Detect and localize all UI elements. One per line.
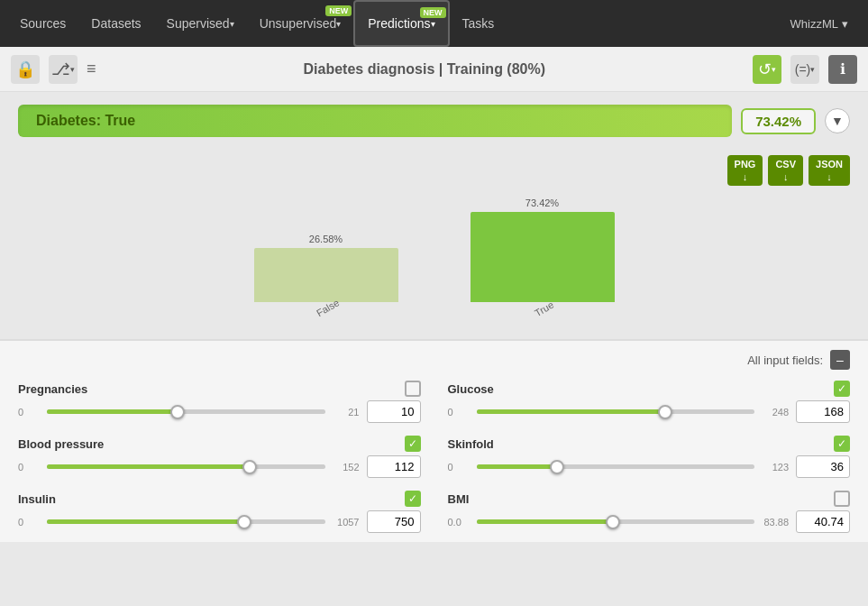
slider-thumb-0[interactable] bbox=[170, 405, 185, 419]
navbar: Sources Datasets Supervised ▾ NEW Unsupe… bbox=[0, 0, 868, 47]
nav-user-label: WhizzML bbox=[790, 17, 838, 31]
slider-min-0: 0 bbox=[18, 407, 40, 418]
slider-row-4: 0 1057 bbox=[18, 510, 421, 533]
field-block-blood-pressure: Blood pressure ✓ 0 152 bbox=[18, 436, 421, 478]
slider-max-4: 1057 bbox=[333, 517, 360, 528]
refresh-arrow: ▾ bbox=[772, 65, 776, 74]
bar-chart: 26.58% False 73.42% True bbox=[18, 195, 850, 321]
toolbar: 🔒 ⎇ ▾ ≡ Diabetes diagnosis | Training (8… bbox=[0, 47, 868, 92]
nav-sources[interactable]: Sources bbox=[7, 0, 78, 47]
slider-row-1: 0 248 bbox=[448, 400, 851, 423]
slider-row-3: 0 123 bbox=[448, 455, 851, 478]
refresh-button[interactable]: ↺ ▾ bbox=[753, 55, 781, 84]
slider-track-0 bbox=[47, 409, 325, 414]
field-value-input-2[interactable] bbox=[367, 455, 421, 478]
field-header-5: BMI bbox=[448, 491, 851, 507]
slider-wrapper-3 bbox=[477, 458, 755, 476]
slider-track-3 bbox=[477, 464, 755, 469]
info-icon: ℹ bbox=[840, 60, 845, 78]
nav-datasets-label: Datasets bbox=[91, 16, 141, 31]
nav-predictions[interactable]: NEW Predictions ▾ bbox=[353, 0, 449, 47]
slider-wrapper-4 bbox=[47, 513, 325, 531]
collapse-button[interactable]: – bbox=[830, 350, 850, 370]
export-json-button[interactable]: JSON ↓ bbox=[809, 155, 850, 186]
lock-icon: 🔒 bbox=[15, 60, 35, 79]
field-block-glucose: Glucose ✓ 0 248 bbox=[448, 381, 851, 423]
all-input-fields-label: All input fields: bbox=[747, 354, 823, 367]
slider-max-2: 152 bbox=[333, 462, 360, 473]
slider-fill-5 bbox=[477, 519, 613, 524]
nav-user-arrow: ▾ bbox=[842, 17, 848, 31]
slider-thumb-4[interactable] bbox=[237, 515, 251, 529]
nav-datasets[interactable]: Datasets bbox=[78, 0, 153, 47]
lock-button[interactable]: 🔒 bbox=[11, 55, 40, 84]
slider-max-5: 83.88 bbox=[762, 517, 789, 528]
export-png-button[interactable]: PNG ↓ bbox=[727, 155, 763, 186]
slider-thumb-3[interactable] bbox=[550, 460, 564, 474]
bar-true-pct: 73.42% bbox=[525, 197, 559, 208]
field-block-skinfold: Skinfold ✓ 0 123 bbox=[448, 436, 851, 478]
slider-min-5: 0.0 bbox=[448, 517, 470, 528]
inputs-section: All input fields: – Pregnancies 0 21 Glu… bbox=[0, 339, 868, 542]
info-button[interactable]: ℹ bbox=[828, 55, 857, 84]
field-header-4: Insulin ✓ bbox=[18, 491, 421, 507]
field-checkbox-0[interactable] bbox=[405, 381, 421, 397]
field-value-input-0[interactable] bbox=[367, 400, 421, 423]
bar-false-pct: 26.58% bbox=[309, 234, 343, 244]
nav-predictions-label: Predictions bbox=[368, 16, 430, 31]
slider-wrapper-1 bbox=[477, 403, 755, 421]
slider-track-5 bbox=[477, 519, 755, 524]
field-name-1: Glucose bbox=[448, 382, 494, 396]
nav-unsupervised-arrow: ▾ bbox=[336, 19, 341, 29]
slider-fill-3 bbox=[477, 464, 557, 469]
field-value-input-1[interactable] bbox=[796, 400, 850, 423]
slider-fill-2 bbox=[47, 464, 250, 469]
nav-unsupervised[interactable]: NEW Unsupervised ▾ bbox=[247, 0, 354, 47]
slider-wrapper-2 bbox=[47, 458, 325, 476]
bar-group-false: 26.58% False bbox=[254, 234, 398, 321]
collapse-icon: – bbox=[836, 353, 844, 367]
slider-track-1 bbox=[477, 409, 755, 414]
field-checkbox-1[interactable]: ✓ bbox=[834, 381, 850, 397]
nav-user-menu[interactable]: WhizzML ▾ bbox=[778, 17, 861, 31]
slider-min-2: 0 bbox=[18, 462, 40, 473]
slider-row-5: 0.0 83.88 bbox=[448, 510, 851, 533]
field-value-input-4[interactable] bbox=[367, 510, 421, 533]
branch-button[interactable]: ⎇ ▾ bbox=[49, 55, 78, 84]
expand-button[interactable]: ▼ bbox=[825, 108, 850, 133]
slider-thumb-1[interactable] bbox=[658, 405, 672, 419]
field-value-input-3[interactable] bbox=[796, 455, 850, 478]
slider-track-4 bbox=[47, 519, 325, 524]
page-title: Diabetes diagnosis | Training (80%) bbox=[105, 61, 744, 78]
slider-thumb-2[interactable] bbox=[242, 460, 257, 474]
slider-min-4: 0 bbox=[18, 517, 40, 528]
field-header-0: Pregnancies bbox=[18, 381, 421, 397]
nav-tasks[interactable]: Tasks bbox=[450, 0, 507, 47]
slider-min-1: 0 bbox=[448, 407, 470, 418]
slider-wrapper-0 bbox=[47, 403, 325, 421]
export-json-label: JSON bbox=[816, 159, 843, 170]
export-csv-button[interactable]: CSV ↓ bbox=[768, 155, 803, 186]
nav-supervised[interactable]: Supervised ▾ bbox=[154, 0, 247, 47]
compare-button[interactable]: (=) ▾ bbox=[790, 55, 819, 84]
bar-true bbox=[471, 212, 615, 302]
compare-icon: (=) bbox=[795, 62, 811, 77]
slider-thumb-5[interactable] bbox=[606, 515, 620, 529]
field-value-input-5[interactable] bbox=[796, 510, 850, 533]
nav-supervised-arrow: ▾ bbox=[230, 19, 234, 29]
slider-row-0: 0 21 bbox=[18, 400, 421, 423]
slider-max-0: 21 bbox=[333, 407, 360, 418]
refresh-icon: ↺ bbox=[758, 60, 772, 79]
field-header-2: Blood pressure ✓ bbox=[18, 436, 421, 452]
export-csv-label: CSV bbox=[775, 159, 796, 170]
expand-icon: ▼ bbox=[831, 114, 844, 128]
field-checkbox-5[interactable] bbox=[834, 491, 850, 507]
prediction-bar: Diabetes: True bbox=[18, 105, 732, 137]
slider-row-2: 0 152 bbox=[18, 455, 421, 478]
prediction-percentage: 73.42% bbox=[741, 108, 816, 134]
field-checkbox-3[interactable]: ✓ bbox=[834, 436, 850, 452]
field-checkbox-4[interactable]: ✓ bbox=[405, 491, 421, 507]
field-checkbox-2[interactable]: ✓ bbox=[405, 436, 421, 452]
nav-predictions-badge: NEW bbox=[420, 7, 446, 18]
inputs-header: All input fields: – bbox=[18, 350, 850, 370]
